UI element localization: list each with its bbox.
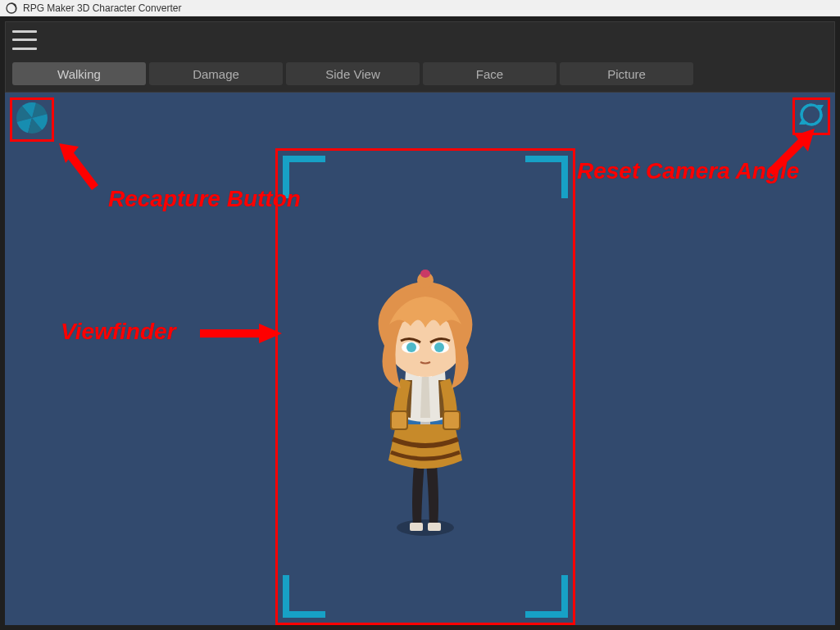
tab-picture[interactable]: Picture bbox=[560, 62, 693, 85]
svg-point-23 bbox=[406, 342, 416, 352]
svg-point-1 bbox=[14, 3, 16, 6]
menu-icon[interactable] bbox=[12, 30, 37, 50]
svg-rect-12 bbox=[410, 523, 423, 531]
svg-point-20 bbox=[420, 270, 430, 278]
aperture-icon bbox=[14, 100, 50, 139]
svg-rect-16 bbox=[391, 411, 407, 429]
tab-face[interactable]: Face bbox=[423, 62, 556, 85]
tab-walking[interactable]: Walking bbox=[12, 62, 146, 85]
svg-rect-17 bbox=[443, 411, 460, 429]
annotation-recapture: Recapture Button bbox=[108, 186, 301, 212]
main-toolbar bbox=[5, 21, 835, 57]
annotation-arrow bbox=[200, 317, 290, 353]
svg-marker-30 bbox=[259, 324, 282, 343]
svg-point-24 bbox=[434, 342, 444, 352]
viewport-3d[interactable]: Recapture Button Reset Camera Angle View… bbox=[5, 93, 835, 625]
app-icon bbox=[5, 2, 18, 15]
tab-bar: Walking Damage Side View Face Picture bbox=[5, 57, 835, 93]
window-titlebar: RPG Maker 3D Character Converter bbox=[0, 0, 840, 16]
tab-damage[interactable]: Damage bbox=[149, 62, 283, 85]
viewfinder-corner bbox=[283, 575, 325, 618]
tab-side-view[interactable]: Side View bbox=[286, 62, 420, 85]
svg-line-25 bbox=[69, 153, 95, 188]
svg-point-11 bbox=[397, 519, 454, 536]
recapture-button[interactable] bbox=[10, 97, 54, 142]
viewfinder-corner bbox=[525, 156, 568, 198]
annotation-arrow bbox=[54, 138, 120, 207]
viewfinder bbox=[275, 148, 575, 625]
app-shell: Walking Damage Side View Face Picture bbox=[0, 16, 840, 630]
viewfinder-corner bbox=[525, 575, 568, 618]
annotation-viewfinder: Viewfinder bbox=[61, 319, 176, 345]
svg-line-27 bbox=[770, 138, 805, 173]
svg-rect-13 bbox=[428, 523, 441, 531]
character-model[interactable] bbox=[352, 265, 499, 544]
window-title: RPG Maker 3D Character Converter bbox=[23, 2, 181, 14]
annotation-arrow bbox=[754, 125, 828, 194]
